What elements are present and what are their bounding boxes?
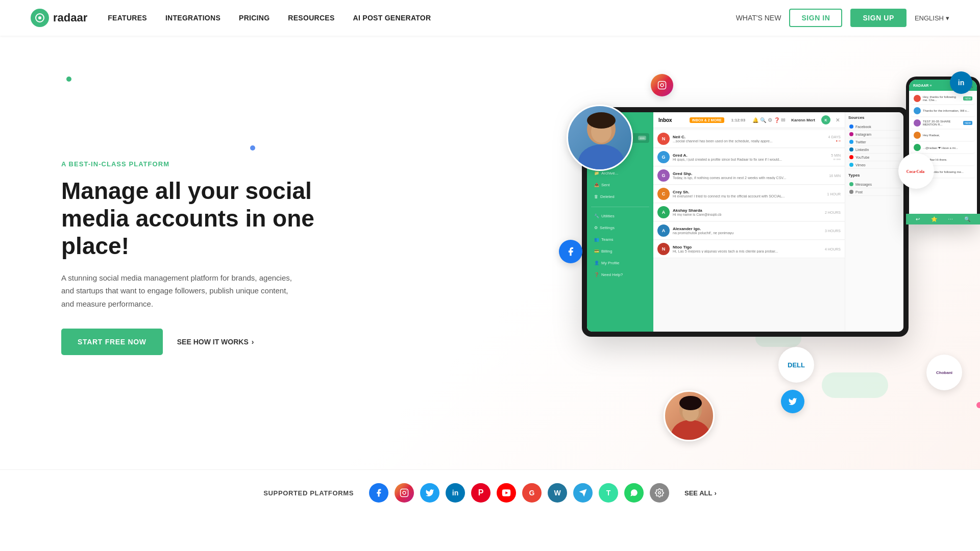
nav-features[interactable]: FEATURES <box>108 13 147 22</box>
svg-point-46 <box>679 396 702 410</box>
phone-msg-3[interactable]: TEST 20-35 SHARE MENTION R... NEW <box>911 117 975 129</box>
platform-youtube[interactable] <box>497 483 516 503</box>
chobani-brand-float: Chobani <box>926 355 962 390</box>
platform-wordpress[interactable]: W <box>548 483 567 503</box>
sidebar-item-billing[interactable]: 💳Billing <box>591 246 649 256</box>
start-free-button[interactable]: START FREE NOW <box>61 329 163 355</box>
sidebar-item-utilities[interactable]: 🔧Utilities <box>591 211 649 221</box>
platform-telegram[interactable] <box>573 483 593 503</box>
message-item-5[interactable]: A Akshay Sharda Hi my name is Care@insqi… <box>653 204 845 221</box>
phone-star-icon[interactable]: ⭐ <box>931 216 937 221</box>
inbox-badge: INBOX & 2 MORE <box>690 117 724 123</box>
platform-linkedin[interactable]: in <box>446 483 465 503</box>
deco-dot-blue <box>250 145 255 151</box>
avatar-6: A <box>657 224 670 237</box>
message-item-4[interactable]: C Crey Sh. Hi everyone! I tried to conne… <box>653 185 845 203</box>
sidebar-item-profile[interactable]: 👤My Profile <box>591 258 649 268</box>
platform-facebook[interactable] <box>369 483 388 503</box>
phone-search-bottom-icon[interactable]: 🔍 <box>964 216 970 221</box>
type-messages[interactable]: Messages <box>848 181 900 188</box>
msg-content-1: Neil C. ...social channel has been used … <box>673 135 825 143</box>
supported-platforms-label: SUPPORTED PLATFORMS <box>263 489 354 497</box>
svg-point-44 <box>671 420 710 441</box>
msg-meta-5: 2 HOURS <box>825 211 841 214</box>
user-avatar: K <box>821 115 830 124</box>
whats-new-link[interactable]: WHAT'S NEW <box>736 14 781 22</box>
svg-point-1 <box>38 16 41 19</box>
message-item-2[interactable]: G Gred A. Hi guys, i just created a prof… <box>653 148 845 166</box>
inbox-topbar: Inbox INBOX & 2 MORE 1:12:03 🔔 🔍 ⚙ ❓ ✉ K… <box>653 112 845 128</box>
sidebar-item-settings[interactable]: ⚙Settings <box>591 223 649 233</box>
nav-links: FEATURES INTEGRATIONS PRICING RESOURCES … <box>108 13 431 22</box>
msg-meta-7: 4 HOURS <box>825 247 841 251</box>
avatar-3: G <box>657 169 670 182</box>
phone-msg-2[interactable]: Thanks for the information, Wil c... <box>911 105 975 116</box>
message-item-6[interactable]: A Alexander Igo. na promizhutok poluchit… <box>653 222 845 240</box>
platform-instagram[interactable] <box>395 483 414 503</box>
chevron-down-icon: ▾ <box>946 14 949 22</box>
sign-up-button[interactable]: SIGN UP <box>850 9 906 27</box>
logo-icon <box>31 9 49 27</box>
phone-bottom-toolbar: ↩ ⭐ ⋯ 🔍 <box>909 214 977 221</box>
chevron-right-icon: › <box>714 489 716 497</box>
platform-twitter[interactable] <box>420 483 439 503</box>
message-item-3[interactable]: G Gred Shp. Today, is iyp, if nothing co… <box>653 167 845 185</box>
platform-more[interactable] <box>650 483 669 503</box>
msg-content-5: Akshay Sharda Hi my name is Care@insqiii… <box>673 208 822 216</box>
language-selector[interactable]: ENGLISH ▾ <box>915 14 949 22</box>
source-vimeo[interactable]: Vimeo <box>848 161 900 169</box>
tablet-screen: ● radaar 📥Inbox∞∞ ⏳Waiting ⭐Starred 📁Arc… <box>587 112 903 332</box>
hero-title: Manage all your social media accounts in… <box>61 177 327 260</box>
phone-logo: RADAAR ≡ <box>913 84 932 87</box>
source-twitter[interactable]: Twitter <box>848 138 900 146</box>
sidebar-item-sent[interactable]: 📤Sent <box>591 180 649 190</box>
source-facebook[interactable]: Facebook <box>848 123 900 131</box>
hero-left: A BEST-IN-CLASS PLATFORM Manage all your… <box>61 160 327 355</box>
svg-point-49 <box>658 492 661 494</box>
logo-text: radaar <box>53 11 87 24</box>
nav-pricing[interactable]: PRICING <box>239 13 270 22</box>
message-item-1[interactable]: N Neil C. ...social channel has been use… <box>653 130 845 148</box>
platform-pinterest[interactable]: P <box>471 483 491 503</box>
type-post[interactable]: Post <box>848 188 900 196</box>
navbar: radaar FEATURES INTEGRATIONS PRICING RES… <box>0 0 980 36</box>
nav-ai-post[interactable]: AI POST GENERATOR <box>353 13 431 22</box>
nav-integrations[interactable]: INTEGRATIONS <box>165 13 220 22</box>
msg-content-2: Gred A. Hi guys, i just created a profil… <box>673 153 828 161</box>
phone-screen: RADAAR ≡ 🔍 Hey, thanks for following me.… <box>909 80 977 221</box>
sidebar-item-help[interactable]: ❓Need Help? <box>591 270 649 280</box>
phone-reply-icon[interactable]: ↩ <box>916 216 920 221</box>
platform-whatsapp[interactable] <box>624 483 644 503</box>
hero-section: A BEST-IN-CLASS PLATFORM Manage all your… <box>0 36 980 469</box>
phone-more-icon[interactable]: ⋯ <box>948 216 953 221</box>
source-linkedin[interactable]: LinkedIn <box>848 146 900 154</box>
phone-msg-4[interactable]: Hey Radaar, <box>911 130 975 141</box>
sidebar-item-deleted[interactable]: 🗑Deleted <box>591 192 649 202</box>
phone-avatar-1 <box>914 95 921 102</box>
nav-resources[interactable]: RESOURCES <box>288 13 334 22</box>
phone-avatar-2 <box>914 107 921 114</box>
sidebar-item-teams[interactable]: 👥Teams <box>591 235 649 244</box>
see-how-link[interactable]: SEE HOW IT WORKS › <box>177 338 254 346</box>
source-youtube[interactable]: YouTube <box>848 154 900 161</box>
hero-tag: A BEST-IN-CLASS PLATFORM <box>61 160 327 168</box>
message-item-7[interactable]: N Ntoo Tigo Hi, Las 5 mejores y algunas … <box>653 240 845 258</box>
platform-tripadvisor[interactable]: T <box>599 483 618 503</box>
platform-google-my-business[interactable]: G <box>522 483 542 503</box>
bottom-section: SUPPORTED PLATFORMS in P G W T <box>0 469 980 516</box>
sources-panel: Sources Facebook Instagram Twitter Linke… <box>845 112 903 332</box>
phone-mockup: RADAAR ≡ 🔍 Hey, thanks for following me.… <box>906 77 980 224</box>
phone-msg-5[interactable]: ...@radaar ❤ Have a mi... <box>911 142 975 153</box>
coca-cola-brand-float: Coca-Cola <box>898 153 934 189</box>
inbox-messages-list: N Neil C. ...social channel has been use… <box>653 128 845 332</box>
svg-text:Coca-Cola: Coca-Cola <box>906 169 924 174</box>
inbox-label: Inbox <box>658 117 672 123</box>
source-instagram[interactable]: Instagram <box>848 131 900 138</box>
see-all-link[interactable]: SEE ALL › <box>684 489 717 497</box>
sign-in-button[interactable]: SIGN IN <box>789 9 842 27</box>
logo[interactable]: radaar <box>31 9 87 27</box>
phone-msg-1[interactable]: Hey, thanks for following me. Che... NEW <box>911 93 975 104</box>
close-icon[interactable]: ✕ <box>836 117 840 123</box>
svg-rect-47 <box>401 489 408 497</box>
platform-icons: in P G W T <box>369 483 669 503</box>
